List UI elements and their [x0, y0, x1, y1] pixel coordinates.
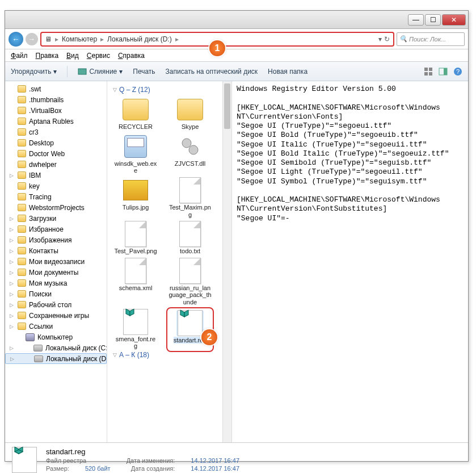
breadcrumb-drive[interactable]: Локальный диск (D:): [107, 35, 172, 43]
exe-icon: [122, 134, 149, 159]
folder-icon: [18, 182, 26, 190]
group-header[interactable]: А – К (18): [112, 350, 231, 362]
organize-button[interactable]: Упорядочить▾: [11, 68, 57, 76]
tree-item[interactable]: Doctor Web: [5, 148, 107, 159]
file-item[interactable]: schema.xml: [114, 258, 157, 306]
page-icon: [176, 258, 204, 283]
tree-item[interactable]: Мои видеозаписи: [5, 256, 107, 267]
new-folder-button[interactable]: Новая папка: [268, 68, 307, 76]
tree-item[interactable]: Поиски: [5, 288, 107, 299]
drive-icon: [34, 355, 43, 362]
tree-item[interactable]: Tracing: [5, 191, 107, 202]
preview-pane-icon[interactable]: [439, 67, 448, 76]
file-item[interactable]: todo.txt: [169, 221, 212, 255]
tree-item[interactable]: dwhelper: [5, 159, 107, 170]
view-options-icon[interactable]: [424, 67, 433, 76]
tree-item[interactable]: WebstormProjects: [5, 202, 107, 213]
reg-icon: [176, 311, 204, 336]
minimize-button[interactable]: —: [408, 14, 424, 26]
svg-marker-11: [126, 309, 130, 316]
tree-item[interactable]: Моя музыка: [5, 278, 107, 288]
file-item[interactable]: Test_Maxim.png: [169, 178, 212, 218]
file-item[interactable]: russian_ru_language_pack_thunde: [169, 258, 212, 306]
tree-item-label: Избранное: [29, 225, 64, 233]
tree-item[interactable]: Изображения: [5, 235, 107, 245]
file-item[interactable]: smena_font.reg: [114, 309, 157, 350]
details-pane: standart.reg Файл реестра Дата изменения…: [5, 442, 468, 473]
tree-item-label: cr3: [29, 128, 39, 136]
tree-item[interactable]: Рабочий стол: [5, 299, 107, 310]
file-item[interactable]: ZJVCST.dll: [169, 134, 212, 174]
tree-item[interactable]: Локальный диск (D:): [5, 353, 107, 364]
back-button[interactable]: ←: [9, 32, 23, 47]
menu-tools[interactable]: Сервис: [87, 52, 110, 60]
img-icon: [122, 178, 149, 203]
tree-item[interactable]: Сохраненные игры: [5, 310, 107, 321]
tree-item[interactable]: Загрузки: [5, 213, 107, 224]
folder-icon: [18, 323, 26, 330]
help-icon[interactable]: ?: [453, 67, 462, 76]
breadcrumb-computer[interactable]: Компьютер: [62, 35, 97, 43]
file-name: Skype: [182, 123, 199, 131]
file-item[interactable]: RECYCLER: [114, 97, 157, 131]
file-item[interactable]: Tulips.jpg: [114, 178, 157, 218]
folder-icon: [18, 247, 26, 254]
file-name: Tulips.jpg: [123, 204, 149, 211]
folder-icon: [18, 225, 26, 233]
maximize-button[interactable]: ☐: [425, 14, 441, 26]
tree-item[interactable]: Desktop: [5, 137, 107, 148]
command-bar: Упорядочить▾ Слияние▾ Печать Записать на…: [5, 62, 468, 81]
file-name: Test_Pavel.png: [114, 248, 157, 255]
tree-item-label: Tracing: [29, 193, 52, 201]
file-list[interactable]: Q – Z (12)RECYCLERSkypewinsdk_web.exeZJV…: [107, 81, 232, 442]
file-item[interactable]: Test_Pavel.png: [114, 221, 157, 255]
print-button[interactable]: Печать: [133, 68, 155, 76]
details-filename: standart.reg: [46, 447, 239, 456]
svg-rect-1: [424, 68, 428, 71]
menu-edit[interactable]: Правка: [36, 52, 59, 60]
tree-item[interactable]: IBM: [5, 170, 107, 181]
tree-item[interactable]: Избранное: [5, 224, 107, 235]
menu-help[interactable]: Справка: [118, 52, 145, 60]
file-item[interactable]: standart.reg2: [169, 309, 212, 350]
group-header[interactable]: Q – Z (12): [112, 85, 231, 97]
menu-view[interactable]: Вид: [66, 52, 79, 60]
details-created-label: Дата создания:: [127, 465, 175, 472]
tree-item[interactable]: Компьютер: [5, 332, 107, 342]
folder-icon: [18, 139, 26, 146]
tree-item[interactable]: Ссылки: [5, 321, 107, 332]
page-icon: [176, 221, 204, 246]
close-button[interactable]: ✕: [442, 14, 466, 26]
tree-item[interactable]: Локальный диск (C:): [5, 342, 107, 353]
breadcrumb-sep-icon: ▸: [100, 35, 104, 43]
tree-item-label: Локальный диск (C:): [45, 344, 107, 352]
file-item[interactable]: Skype: [169, 97, 212, 131]
search-input[interactable]: 🔍 Поиск: Лок...: [397, 32, 465, 46]
tree-item[interactable]: .VirtualBox: [5, 105, 107, 116]
tree-item[interactable]: key: [5, 181, 107, 191]
burn-button[interactable]: Записать на оптический диск: [166, 68, 258, 76]
folder-icon: [18, 215, 26, 222]
address-dropdown-icon[interactable]: ▾: [378, 35, 382, 43]
tree-item-label: Локальный диск (D:): [46, 355, 107, 363]
search-placeholder: Поиск: Лок...: [409, 36, 446, 43]
menu-file[interactable]: Файл: [11, 52, 28, 60]
tree-item[interactable]: Контакты: [5, 245, 107, 256]
tree-item[interactable]: Мои документы: [5, 267, 107, 278]
folder-icon: [18, 193, 26, 200]
file-item[interactable]: winsdk_web.exe: [114, 134, 157, 174]
navigation-tree[interactable]: .swt.thumbnails.VirtualBoxAptana Rublesc…: [5, 81, 107, 442]
folder-icon: [18, 269, 26, 276]
tree-item[interactable]: .swt: [5, 83, 107, 94]
tree-item[interactable]: .thumbnails: [5, 94, 107, 105]
svg-rect-0: [78, 69, 86, 74]
refresh-icon[interactable]: ↻: [384, 35, 390, 43]
svg-marker-13: [180, 310, 184, 317]
forward-button[interactable]: →: [26, 33, 38, 45]
tree-item[interactable]: Aptana Rubles: [5, 116, 107, 127]
folder-icon: [18, 85, 26, 93]
scrollbar[interactable]: [222, 81, 231, 442]
tree-item-label: Сохраненные игры: [29, 312, 89, 320]
tree-item[interactable]: cr3: [5, 127, 107, 137]
merge-button[interactable]: Слияние▾: [78, 67, 123, 76]
